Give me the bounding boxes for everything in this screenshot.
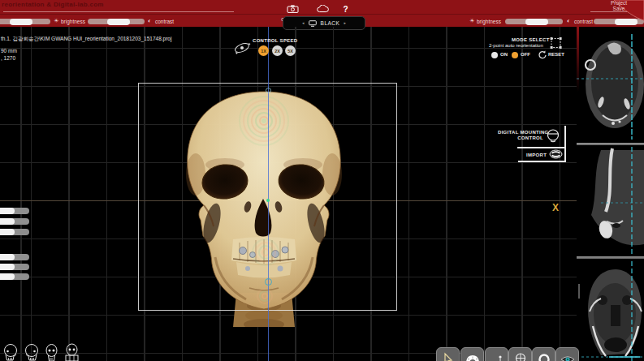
digital-mounting-title1[interactable]: DIGITAL MOUNTING [498,130,543,135]
brightness-label: brightness [477,19,501,24]
skull-frontal-icon [42,342,61,361]
mode-on-label: ON [500,52,508,57]
brightness-label: brightness [61,19,85,24]
mode-select-subtitle: 2-point auto reorientation [489,43,543,48]
loupe-tool-button[interactable] [532,347,555,361]
mode-off-label: OFF [521,52,530,57]
adjust-slider[interactable] [0,264,29,270]
head-scan-icon [546,128,560,144]
landmark-x-marker: X [552,202,559,213]
dashed-region-icon [548,37,563,49]
vertical-axis-line [268,27,269,361]
cloud-icon [317,5,329,13]
import-button[interactable]: IMPORT [526,153,547,157]
visibility-tool-button[interactable] [555,347,579,361]
sagittal-slice-thumbnail[interactable] [577,147,644,256]
next-arrow-icon[interactable]: ▸ [344,21,346,25]
info-mm: 90 mm [1,48,17,54]
application-window: reorientation & Digital-lab.com ☀ bright… [0,0,644,361]
axis-marker-top [266,88,271,93]
speed-5x-button[interactable]: 5X [285,45,296,56]
denture-tool-button[interactable] [460,347,484,361]
top-toolbar: reorientation & Digital-lab.com ☀ bright… [0,0,644,27]
measure-tool-button[interactable] [485,347,508,361]
skull-mounted-button[interactable] [63,342,81,361]
sidebar-red-accent [577,27,579,92]
mode-off-toggle[interactable] [512,52,518,58]
skull-lateral-left-icon [2,342,20,361]
skull-lateral-left-button[interactable] [2,342,20,361]
question-icon: ? [339,5,352,13]
contrast-slider[interactable] [88,19,145,24]
brightness-slider-handle[interactable] [525,19,548,25]
info-value: , 1270 [1,55,15,61]
coronal-slice-thumbnail[interactable] [577,261,644,361]
camera-icon [287,5,299,13]
cursor-tool-button[interactable] [436,347,460,361]
skull-frontal-button[interactable] [42,342,61,361]
sun-icon: ☀ [54,18,58,24]
slice-divider [577,143,644,145]
rotate-3d-icon [232,39,252,57]
svg-text:?: ? [343,5,348,13]
sun-icon: ☀ [469,18,474,24]
digital-mounting-title2[interactable]: CONTROL [498,135,543,140]
monitor-icon [309,20,317,27]
loupe-icon [537,352,551,361]
toolbar-divider [3,11,234,12]
prev-arrow-icon[interactable]: ◂ [302,21,305,25]
skull-lateral-right-button[interactable] [22,342,41,361]
skull-mounted-icon [63,342,81,361]
face-scan-icon [513,352,528,361]
brightness-slider[interactable] [505,19,563,24]
slice-sidebar [577,27,644,361]
speed-1x-button[interactable]: 1X [258,45,269,56]
adjust-slider[interactable] [0,229,29,235]
adjust-slider[interactable] [0,218,29,225]
skull-lateral-right-icon [22,342,41,361]
project-file-path: th.1. 김광희송간\KIM GWANG HUI_reorientation_… [1,36,171,43]
contrast-label: contrast [155,19,174,24]
denture-icon [465,354,481,361]
brightness-slider-handle[interactable] [10,19,32,25]
contrast-slider-handle[interactable] [107,19,130,25]
adjust-slider[interactable] [0,208,29,214]
axis-marker-bottom[interactable] [265,278,272,286]
half-circle-icon: ◐ [148,18,151,24]
denture-icon [549,149,563,159]
contrast-label: contrast [574,19,593,24]
half-circle-icon: ◐ [567,18,570,24]
app-title: reorientation & Digital-lab.com [2,1,104,8]
slice-divider [577,256,644,259]
brightness-slider[interactable] [0,19,50,24]
axial-slice-thumbnail[interactable] [577,31,644,142]
control-speed-label: CONTROL SPEED [253,38,297,43]
display-mode-label: BLACK [321,20,340,26]
eye-icon [560,354,576,361]
project-save-button[interactable]: Project Save [603,0,635,11]
adjust-slider[interactable] [0,254,29,260]
crosshair-center-dot[interactable] [266,199,270,202]
cursor-icon [441,352,456,361]
mode-on-toggle[interactable] [491,52,498,58]
rotate-icon[interactable] [538,50,547,59]
speed-2x-button[interactable]: 2X [272,45,283,56]
face-scan-tool-button[interactable] [508,347,532,361]
adjust-slider[interactable] [0,273,29,280]
measure-icon [489,353,505,361]
mode-select-title: MODE SELECT [512,37,550,42]
mode-reset-button[interactable]: RESET [548,52,564,57]
